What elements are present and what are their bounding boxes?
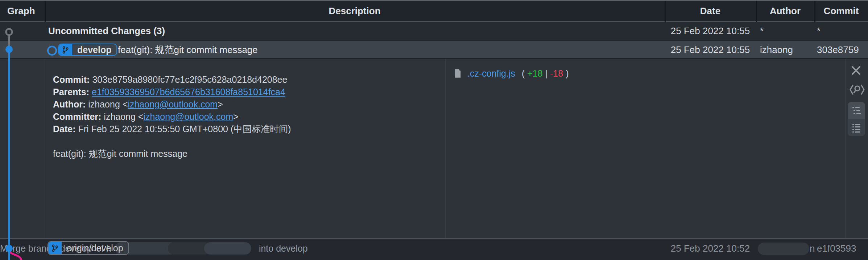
- file-view-toggle: [848, 102, 865, 136]
- search-code-icon[interactable]: [849, 84, 865, 96]
- date-label: Date:: [53, 124, 76, 134]
- column-divider[interactable]: [665, 1, 666, 22]
- author-email-link[interactable]: izhaong@outlook.com: [128, 99, 218, 109]
- committer-name: izhaong <: [104, 111, 143, 122]
- commit-details-panel: Commit:303e8759a8980fc77e1c2f95c628a0218…: [0, 58, 868, 239]
- author-cell: n: [810, 239, 815, 258]
- file-list-view-icon[interactable]: [848, 119, 865, 136]
- table-row-uncommitted-changes[interactable]: Uncommitted Changes (3) 25 Feb 2022 10:5…: [0, 22, 868, 40]
- deletions-count: -18: [550, 68, 563, 78]
- column-divider[interactable]: [756, 1, 757, 22]
- commit-message-body: feat(git): 规范git commit message: [53, 147, 291, 160]
- git-branch-icon: [48, 242, 62, 254]
- date-cell: 25 Feb 2022 10:55: [665, 41, 756, 59]
- commit-details-text: Commit:303e8759a8980fc77e1c2f95c628a0218…: [53, 73, 291, 160]
- author-name-close: >: [218, 99, 223, 109]
- column-divider[interactable]: [814, 1, 815, 22]
- file-name[interactable]: .cz-config.js: [467, 68, 515, 79]
- author-cell: izhaong: [760, 41, 793, 59]
- parent-hash-link[interactable]: e1f03593369507b6d65676b31608fa851014fca4: [92, 87, 285, 97]
- column-header-date: Date: [665, 1, 756, 21]
- uncommitted-changes-dot: [6, 29, 12, 35]
- commit-cell: e1f03593: [817, 239, 856, 258]
- commit-cell: *: [817, 22, 821, 40]
- committer-name-close: >: [233, 111, 239, 122]
- panel-right-divider: [845, 59, 846, 238]
- table-header: Graph Description Date Author Commit: [0, 0, 868, 22]
- blank-line: [53, 135, 291, 147]
- panel-left-border: [45, 59, 45, 238]
- parents-label: Parents:: [53, 87, 89, 97]
- file-change-stats: ( +18 | -18 ): [522, 68, 569, 79]
- branch-badge-label: develop: [72, 44, 116, 55]
- date-cell: 25 Feb 2022 10:52: [665, 239, 756, 258]
- file-icon: [454, 69, 462, 78]
- author-name: izhaong <: [88, 99, 128, 109]
- table-row-older-commit[interactable]: origin/develop Merge branch 'develop' of…: [0, 239, 868, 260]
- committer-label: Committer:: [53, 111, 101, 122]
- redacted-text: [204, 242, 251, 255]
- redacted-author: [758, 243, 809, 255]
- date-cell: 25 Feb 2022 10:55: [665, 22, 756, 40]
- additions-count: +18: [527, 68, 542, 78]
- commit-dot-older: [5, 245, 13, 252]
- branch-badge-develop[interactable]: develop: [58, 44, 117, 56]
- branch-badge-label: origin/develop: [62, 242, 128, 254]
- commit-message-suffix: into develop: [256, 243, 308, 254]
- commit-hash-value: 303e8759a8980fc77e1c2f95c628a0218d4208ee: [92, 74, 287, 85]
- changed-file-row[interactable]: .cz-config.js ( +18 | -18 ): [454, 66, 569, 81]
- close-icon[interactable]: [851, 65, 861, 76]
- committer-email-link[interactable]: izhaong@outlook.com: [143, 111, 233, 122]
- panel-split-divider: [445, 59, 446, 238]
- column-divider[interactable]: [45, 1, 46, 22]
- file-tree-view-icon[interactable]: [848, 102, 865, 119]
- commit-message: feat(git): 规范git commit message: [118, 41, 258, 59]
- git-graph-lanes: [0, 0, 33, 260]
- author-cell: *: [760, 22, 764, 40]
- commit-hash-label: Commit:: [53, 74, 90, 85]
- head-indicator-ring: [47, 46, 57, 56]
- column-header-description: Description: [45, 1, 665, 21]
- commit-dot-selected: [5, 46, 13, 53]
- uncommitted-changes-label: Uncommitted Changes (3): [48, 22, 165, 40]
- table-row-selected-commit[interactable]: develop feat(git): 规范git commit message …: [0, 40, 868, 58]
- git-branch-icon: [59, 44, 72, 55]
- date-value: Fri Feb 25 2022 10:55:50 GMT+0800 (中国标准时…: [78, 124, 291, 134]
- branch-badge-origin-develop[interactable]: origin/develop: [47, 241, 129, 255]
- column-header-author: Author: [756, 1, 814, 21]
- column-header-commit: Commit: [814, 1, 868, 21]
- git-graph-view: Graph Description Date Author Commit Unc…: [0, 0, 868, 260]
- author-label: Author:: [53, 99, 86, 109]
- commit-cell: 303e8759: [817, 41, 859, 59]
